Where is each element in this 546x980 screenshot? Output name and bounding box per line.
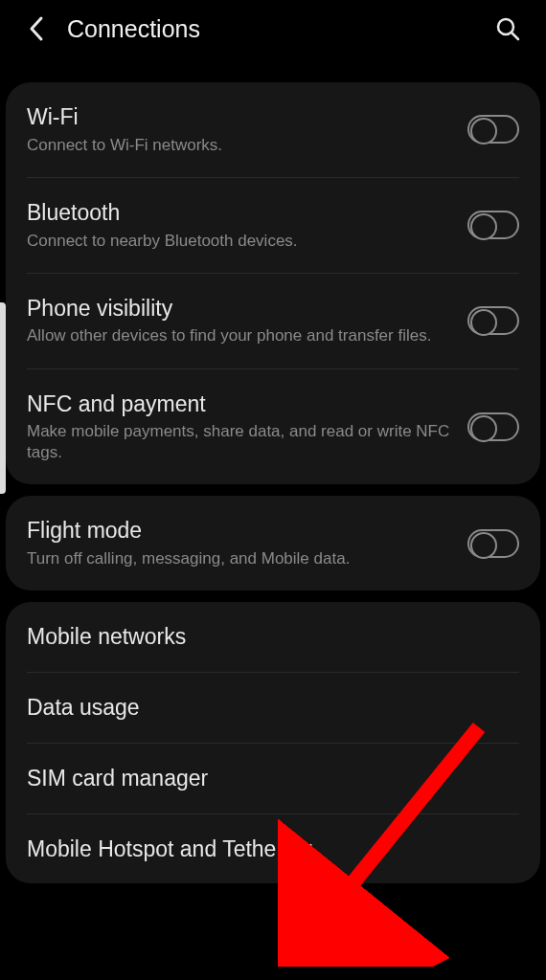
row-text: Flight modeTurn off calling, messaging, …	[27, 517, 467, 569]
row-text: Phone visibilityAllow other devices to f…	[27, 295, 467, 347]
row-text: Mobile networks	[27, 623, 519, 651]
row-subtitle: Make mobile payments, share data, and re…	[27, 421, 450, 463]
settings-group: Mobile networksData usageSIM card manage…	[6, 602, 540, 883]
settings-row-bluetooth[interactable]: BluetoothConnect to nearby Bluetooth dev…	[27, 178, 519, 274]
chevron-left-icon	[28, 15, 45, 42]
scroll-indicator	[0, 302, 6, 494]
settings-row-flight-mode[interactable]: Flight modeTurn off calling, messaging, …	[27, 496, 519, 590]
row-subtitle: Allow other devices to find your phone a…	[27, 325, 450, 346]
toggle-bluetooth[interactable]	[467, 211, 519, 239]
row-title: Flight mode	[27, 517, 450, 545]
row-text: SIM card manager	[27, 765, 519, 792]
row-text: Data usage	[27, 694, 519, 722]
search-icon	[495, 16, 520, 41]
settings-row-nfc-payment[interactable]: NFC and paymentMake mobile payments, sha…	[27, 369, 519, 485]
settings-row-data-usage[interactable]: Data usage	[27, 673, 519, 744]
row-text: NFC and paymentMake mobile payments, sha…	[27, 390, 467, 464]
settings-row-wifi[interactable]: Wi-FiConnect to Wi-Fi networks.	[27, 82, 519, 178]
row-text: Mobile Hotspot and Tethering	[27, 835, 519, 863]
settings-row-mobile-hotspot[interactable]: Mobile Hotspot and Tethering	[27, 814, 519, 884]
row-subtitle: Connect to Wi-Fi networks.	[27, 135, 450, 156]
settings-row-phone-visibility[interactable]: Phone visibilityAllow other devices to f…	[27, 274, 519, 369]
settings-group: Flight modeTurn off calling, messaging, …	[6, 496, 540, 590]
row-title: SIM card manager	[27, 765, 502, 792]
back-button[interactable]	[23, 15, 50, 42]
row-text: BluetoothConnect to nearby Bluetooth dev…	[27, 199, 467, 252]
settings-row-mobile-networks[interactable]: Mobile networks	[27, 602, 519, 673]
row-title: Mobile networks	[27, 623, 502, 651]
toggle-nfc-payment[interactable]	[467, 412, 519, 441]
row-title: Bluetooth	[27, 199, 450, 227]
header: Connections	[0, 0, 546, 57]
toggle-phone-visibility[interactable]	[467, 306, 519, 335]
settings-row-sim-card-manager[interactable]: SIM card manager	[27, 744, 519, 814]
row-text: Wi-FiConnect to Wi-Fi networks.	[27, 103, 467, 156]
settings-group: Wi-FiConnect to Wi-Fi networks.Bluetooth…	[6, 82, 540, 484]
row-subtitle: Connect to nearby Bluetooth devices.	[27, 231, 450, 252]
row-title: Mobile Hotspot and Tethering	[27, 835, 502, 863]
page-title: Connections	[67, 15, 494, 43]
svg-line-1	[512, 33, 518, 39]
row-title: Phone visibility	[27, 295, 450, 323]
row-title: NFC and payment	[27, 390, 450, 418]
search-button[interactable]	[494, 15, 521, 42]
row-subtitle: Turn off calling, messaging, and Mobile …	[27, 548, 450, 569]
row-title: Data usage	[27, 694, 502, 722]
toggle-wifi[interactable]	[467, 115, 519, 144]
toggle-flight-mode[interactable]	[467, 529, 519, 558]
row-title: Wi-Fi	[27, 103, 450, 131]
